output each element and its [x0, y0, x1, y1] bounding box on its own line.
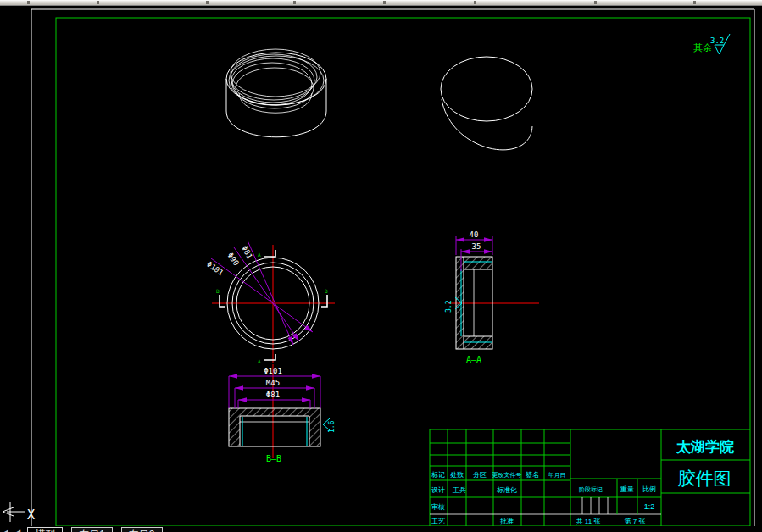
tb-scale-value: 1:2 [644, 502, 655, 511]
tb-designer-name: 王兵 [452, 486, 466, 494]
aa-inner-width-dim: 35 [472, 242, 481, 251]
aa-width-dim: 40 [470, 230, 479, 239]
section-aa-label: A—A [466, 355, 481, 364]
tb-sheets-total: 共 11 张 [576, 518, 601, 525]
aa-roughness-value: 3.2 [445, 300, 453, 313]
cad-application-window: 其余 3.2 [0, 0, 762, 532]
tb-scale-label: 比例 [642, 485, 656, 493]
drawing-canvas[interactable]: 其余 3.2 [0, 0, 762, 532]
ucs-icon: X [3, 502, 35, 523]
tb-header-sign: 签名 [526, 471, 539, 479]
cut-mark-letter: A [258, 358, 261, 364]
tb-sheet-number: 第 7 张 [625, 518, 646, 525]
general-roughness-note: 其余 3.2 [693, 34, 730, 54]
tb-header-docno: 更改文件号 [492, 471, 522, 479]
ucs-x-axis-label: X [27, 507, 35, 523]
tb-design-label: 设计 [431, 486, 445, 494]
iso-view-threaded-cap [226, 49, 326, 137]
iso-view-cap [441, 57, 532, 150]
layout-tab-bar: ◀ ◀ 模型 布局1 布局2 [0, 526, 762, 532]
section-view-bb: Φ101 M45 Φ81 1.6 B—B [229, 364, 336, 463]
front-dia-inner-label: Φ81 [240, 244, 253, 260]
tb-header-mark: 标记 [431, 471, 445, 479]
tb-header-date: 年月日 [548, 472, 566, 479]
tb-standardization-label: 标准化 [497, 486, 517, 494]
tb-drawing-title: 胶件图 [678, 468, 731, 488]
bb-dia-inner-dim: Φ81 [266, 391, 280, 399]
bb-roughness-symbol: 1.6 [323, 418, 336, 433]
tb-organization-name: 太湖学院 [676, 439, 735, 455]
tb-process-label: 工艺 [431, 518, 445, 525]
bb-thread-dim: M45 [266, 379, 280, 387]
bb-roughness-value: 1.6 [328, 420, 336, 433]
sheet-border [31, 9, 754, 530]
roughness-prefix-label: 其余 [693, 42, 712, 53]
tb-audit-label: 审核 [431, 503, 445, 511]
tab-layout2[interactable]: 布局2 [121, 527, 163, 532]
tb-stage-mark-label: 阶段标记 [579, 486, 603, 493]
roughness-value: 3.2 [710, 36, 724, 45]
bb-dia-outer-dim: Φ101 [264, 367, 282, 375]
front-view: Φ101 Φ90 Φ81 A A B B [205, 241, 335, 364]
tab-layout1[interactable]: 布局1 [71, 527, 113, 532]
tb-approve-label: 批准 [500, 518, 514, 525]
section-bb-label: B—B [266, 454, 281, 463]
cut-mark-letter: A [258, 252, 261, 258]
cut-mark-letter: B [325, 288, 328, 294]
section-view-aa: 40 35 3.2 A—A [445, 230, 539, 364]
tb-header-count: 处数 [450, 471, 464, 479]
cut-mark-letter: B [216, 288, 220, 294]
tb-header-zone: 分区 [473, 471, 487, 479]
tab-scroll-arrows-icon[interactable]: ◀ ◀ [2, 527, 22, 532]
tab-model[interactable]: 模型 [27, 527, 63, 532]
front-dia-outer-label: Φ101 [205, 260, 225, 278]
tb-weight-label: 重量 [620, 485, 634, 493]
title-block: 标记 处数 分区 更改文件号 签名 年月日 设计 王兵 标准化 审核 工艺 批准… [430, 429, 750, 526]
